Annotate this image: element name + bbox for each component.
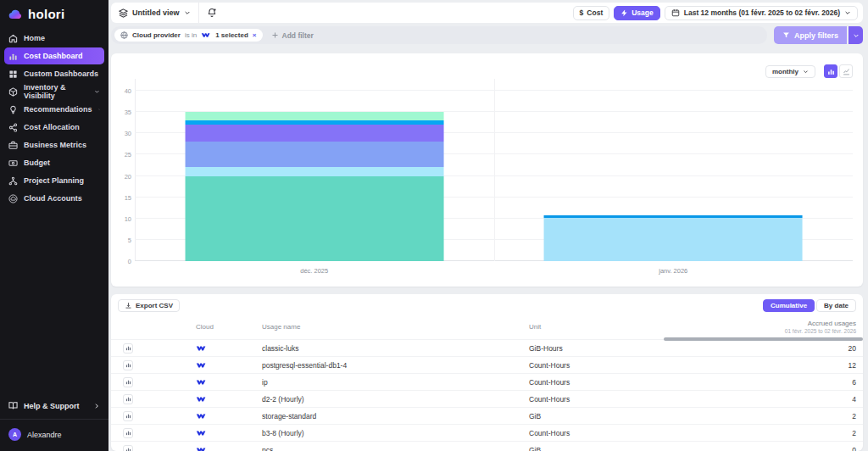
holori-cloud-logo-icon — [8, 9, 23, 19]
bar-segment[interactable] — [185, 167, 443, 175]
apply-filters-split-button: Apply filters — [774, 26, 863, 44]
help-support-label: Help & Support — [24, 402, 80, 410]
sidebar-nav: Home Cost Dashboard Custom Dashboards In… — [0, 26, 108, 394]
sidebar-item-label: Cost Allocation — [24, 123, 80, 131]
stacked-bar-2[interactable] — [544, 91, 803, 261]
sidebar-divider — [0, 419, 108, 420]
sidebar-item-label: Cloud Accounts — [24, 194, 82, 203]
y-tick-label: 0 — [116, 258, 131, 265]
table-row[interactable]: pcs GiB 0 — [111, 442, 863, 451]
usage-table-body: classic-luks GiB-Hours 20 postgresql-ess… — [111, 340, 863, 451]
ovhcloud-logo — [196, 430, 207, 437]
stacked-bar-1[interactable] — [185, 91, 443, 261]
table-row[interactable]: classic-luks GiB-Hours 20 — [111, 340, 863, 357]
sidebar-item-project-planning[interactable]: Project Planning — [4, 172, 104, 189]
row-chart-button[interactable] — [123, 411, 133, 421]
sidebar-item-label: Budget — [24, 159, 50, 167]
filter-chip-cloud-provider[interactable]: Cloud provider is in 1 selected × — [114, 29, 263, 42]
unit-cell: Count-Hours — [529, 425, 698, 442]
apply-filters-button[interactable]: Apply filters — [774, 26, 847, 44]
usage-toggle-button[interactable]: Usage — [614, 6, 660, 20]
hierarchy-icon — [8, 176, 18, 186]
sidebar-item-label: Home — [24, 34, 45, 42]
sidebar-item-cost-allocation[interactable]: Cost Allocation — [4, 119, 104, 136]
row-chart-button[interactable] — [123, 377, 133, 387]
brand-name: holori — [28, 7, 64, 21]
bar-segment[interactable] — [544, 218, 803, 261]
zap-icon — [620, 9, 628, 17]
y-tick-label: 25 — [116, 151, 131, 159]
bar-segment[interactable] — [185, 125, 443, 142]
cost-toggle-label: Cost — [587, 8, 603, 17]
row-chart-button[interactable] — [123, 428, 133, 438]
ovhcloud-logo — [196, 396, 207, 403]
row-chart-button[interactable] — [123, 445, 133, 451]
date-range-selector[interactable]: Last 12 months (01 févr. 2025 to 02 févr… — [665, 6, 858, 20]
accrued-header-daterange: 01 févr. 2025 to 02 févr. 2026 — [698, 328, 856, 334]
column-header-cloud: Cloud — [196, 316, 262, 340]
sidebar-item-home[interactable]: Home — [4, 30, 104, 47]
remove-filter-icon[interactable]: × — [253, 31, 257, 39]
sidebar-item-budget[interactable]: Budget — [4, 154, 104, 171]
filter-value-label: 1 selected — [215, 31, 248, 39]
table-row[interactable]: postgresql-essential-db1-4 Count-Hours 1… — [111, 357, 863, 374]
sidebar-item-inventory-visibility[interactable]: Inventory & Visibility — [4, 83, 104, 100]
table-row[interactable]: storage-standard GiB 2 — [111, 408, 863, 425]
view-selector-label: Untitled view — [132, 8, 180, 17]
granularity-selector[interactable]: monthly — [765, 65, 815, 78]
usage-name-cell: d2-2 (Hourly) — [262, 391, 529, 408]
unit-cell: Count-Hours — [529, 391, 698, 408]
bar-chart-type-button[interactable] — [824, 64, 837, 78]
y-tick-label: 20 — [116, 172, 131, 180]
add-filter-button[interactable]: Add filter — [271, 31, 314, 40]
sidebar-item-cloud-accounts[interactable]: Cloud Accounts — [4, 190, 104, 207]
download-icon — [125, 302, 132, 309]
row-chart-button[interactable] — [123, 343, 133, 354]
calendar-icon — [671, 8, 680, 17]
y-tick-label: 10 — [116, 214, 131, 222]
bar-segment[interactable] — [185, 142, 443, 167]
y-tick-label: 15 — [116, 193, 131, 201]
alert-bell-button[interactable] — [199, 3, 225, 23]
share-icon — [8, 123, 18, 132]
sidebar-item-custom-dashboards[interactable]: Custom Dashboards — [4, 65, 104, 82]
user-menu[interactable]: A Alexandre — [0, 425, 108, 448]
bar-segment[interactable] — [185, 112, 443, 120]
y-tick-label: 35 — [116, 109, 131, 116]
bar-chart-icon — [125, 379, 131, 385]
ovhcloud-logo — [196, 362, 207, 369]
add-filter-label: Add filter — [282, 31, 314, 40]
usage-table-card: Export CSV Cumulative By date Cloud Usag… — [111, 294, 863, 451]
usage-table: Cloud Usage name Unit Accrued usages 01 … — [111, 316, 863, 451]
sidebar-item-recommendations[interactable]: Recommendations — [4, 101, 104, 118]
table-row[interactable]: ip Count-Hours 6 — [111, 374, 863, 391]
sidebar-item-business-metrics[interactable]: Business Metrics — [4, 136, 104, 153]
export-csv-label: Export CSV — [136, 302, 173, 309]
chevron-right-icon — [93, 403, 100, 409]
table-row[interactable]: d2-2 (Hourly) Count-Hours 4 — [111, 391, 863, 408]
book-icon — [8, 401, 18, 410]
horizontal-scrollbar[interactable] — [664, 337, 863, 341]
cost-toggle-button[interactable]: $ Cost — [573, 6, 610, 20]
row-chart-button[interactable] — [123, 360, 133, 370]
apply-filters-menu-button[interactable] — [849, 26, 863, 44]
view-selector[interactable]: Untitled view — [111, 3, 199, 23]
usage-name-cell: pcs — [262, 442, 529, 451]
cumulative-button[interactable]: Cumulative — [763, 299, 815, 312]
bar-chart-icon — [827, 68, 835, 75]
sidebar-item-label: Custom Dashboards — [24, 70, 98, 78]
usage-name-cell: b3-8 (Hourly) — [262, 425, 529, 442]
bell-plus-icon — [207, 8, 217, 18]
accrued-value-cell: 2 — [698, 408, 863, 425]
table-row[interactable]: b3-8 (Hourly) Count-Hours 2 — [111, 425, 863, 442]
bar-segment[interactable] — [185, 176, 443, 262]
accrued-value-cell: 6 — [698, 374, 863, 391]
by-date-button[interactable]: By date — [816, 299, 856, 312]
export-csv-button[interactable]: Export CSV — [118, 299, 180, 312]
line-chart-type-button[interactable] — [839, 64, 853, 78]
help-support-item[interactable]: Help & Support — [0, 394, 108, 417]
sidebar-item-cost-dashboard[interactable]: Cost Dashboard — [4, 47, 104, 64]
chevron-down-icon — [853, 32, 860, 39]
ovhcloud-logo — [196, 379, 207, 386]
row-chart-button[interactable] — [123, 394, 133, 404]
